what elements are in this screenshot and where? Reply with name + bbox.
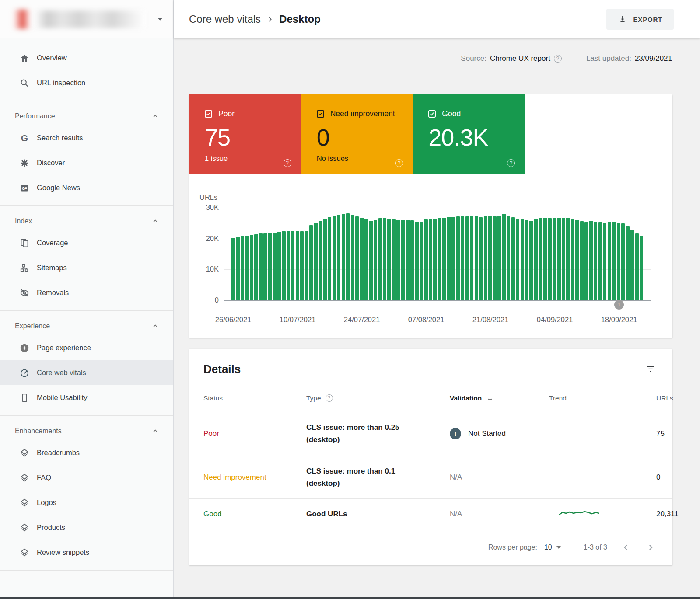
chart-bar[interactable] xyxy=(396,220,400,300)
chart-bar[interactable] xyxy=(360,218,364,300)
chart-bar[interactable] xyxy=(245,236,248,300)
chart-bar[interactable] xyxy=(231,238,235,300)
chart-bar[interactable] xyxy=(534,219,538,300)
chart-bar[interactable] xyxy=(488,216,492,300)
chart-bar[interactable] xyxy=(401,220,405,300)
sidebar-item-coverage[interactable]: Coverage xyxy=(0,230,173,255)
help-icon[interactable]: ? xyxy=(507,159,515,167)
chart-bar[interactable] xyxy=(241,236,244,300)
breadcrumb-parent-link[interactable]: Core web vitals xyxy=(189,13,261,25)
column-header-validation[interactable]: Validation xyxy=(450,394,549,402)
chart-bar[interactable] xyxy=(617,223,620,300)
status-card-good[interactable]: Good 20.3K ? xyxy=(413,94,525,174)
sidebar-item-sitemaps[interactable]: Sitemaps xyxy=(0,255,173,280)
chart-bar[interactable] xyxy=(543,218,547,300)
chart-bar[interactable] xyxy=(603,223,606,300)
chart-bar[interactable] xyxy=(378,218,382,300)
chart-bar[interactable] xyxy=(525,220,528,300)
chart-bar[interactable] xyxy=(553,218,556,300)
chart-bar[interactable] xyxy=(259,233,262,300)
chart-bar[interactable] xyxy=(355,216,359,300)
sidebar-item-google-news[interactable]: G Google News xyxy=(0,175,173,200)
chart-bar[interactable] xyxy=(424,219,427,300)
sidebar-item-mobile-usability[interactable]: Mobile Usability xyxy=(0,385,173,410)
chart-bar[interactable] xyxy=(268,233,272,300)
sidebar-item-review-snippets[interactable]: Review snippets xyxy=(0,540,173,565)
sidebar-item-logos[interactable]: Logos xyxy=(0,490,173,515)
chart-bar[interactable] xyxy=(442,218,446,300)
section-header-index[interactable]: Index xyxy=(0,210,173,230)
poor-checkbox-icon[interactable] xyxy=(205,110,212,118)
chart-bar[interactable] xyxy=(277,232,281,300)
chart-bar[interactable] xyxy=(420,222,423,300)
help-icon[interactable]: ? xyxy=(395,159,403,167)
chart-bar[interactable] xyxy=(351,215,354,300)
chart-bar[interactable] xyxy=(392,219,396,300)
sidebar-item-faq[interactable]: FAQ xyxy=(0,465,173,490)
property-dropdown-caret-icon[interactable] xyxy=(155,14,165,24)
chart-bar[interactable] xyxy=(346,213,350,300)
chart-bar[interactable] xyxy=(608,222,611,300)
chart-bar[interactable] xyxy=(309,225,313,300)
chart-bar[interactable] xyxy=(575,220,579,300)
chart-bar[interactable] xyxy=(566,218,570,300)
section-header-enhancements[interactable]: Enhancements xyxy=(0,420,173,440)
chart-bar[interactable] xyxy=(484,216,487,300)
good-checkbox-icon[interactable] xyxy=(428,110,436,118)
chart-bar[interactable] xyxy=(511,217,515,300)
chart-bar[interactable] xyxy=(466,216,469,300)
chart-bar[interactable] xyxy=(456,216,460,300)
status-card-need-improvement[interactable]: Need improvement 0 No issues ? xyxy=(301,94,413,174)
chart-bar[interactable] xyxy=(626,226,630,300)
chart-bar[interactable] xyxy=(507,216,510,300)
chart-bar[interactable] xyxy=(406,220,409,300)
chart-bar[interactable] xyxy=(332,216,336,300)
chart-bar[interactable] xyxy=(461,216,464,300)
chart-bar[interactable] xyxy=(314,223,318,300)
chart-bar[interactable] xyxy=(584,222,588,300)
chart-bar[interactable] xyxy=(433,219,437,300)
chart-bar[interactable] xyxy=(374,220,377,300)
sidebar-item-core-web-vitals[interactable]: Core web vitals xyxy=(0,360,173,385)
chart-bar[interactable] xyxy=(539,218,542,300)
chart-bar[interactable] xyxy=(529,221,533,300)
chart-bar[interactable] xyxy=(479,217,483,300)
chart-bar[interactable] xyxy=(497,216,501,300)
chart-bar[interactable] xyxy=(621,223,625,300)
chart-bar[interactable] xyxy=(580,221,584,300)
chart-bar[interactable] xyxy=(296,231,299,300)
chart-bar[interactable] xyxy=(571,219,574,300)
chart-bar[interactable] xyxy=(415,222,418,300)
filter-button[interactable] xyxy=(644,362,658,376)
sidebar-item-search-results[interactable]: G Search results xyxy=(0,125,173,150)
chart-bar[interactable] xyxy=(640,236,643,300)
property-selector[interactable] xyxy=(0,0,173,38)
chart-bar[interactable] xyxy=(254,234,258,300)
section-header-performance[interactable]: Performance xyxy=(0,105,173,125)
chart-bar[interactable] xyxy=(291,231,294,300)
chart-bar[interactable] xyxy=(452,217,455,300)
next-page-button[interactable] xyxy=(645,542,656,553)
rows-per-page-value[interactable]: 10 xyxy=(544,543,552,551)
chart-bar[interactable] xyxy=(429,219,432,300)
chart-bar[interactable] xyxy=(263,233,267,300)
chart-bar[interactable] xyxy=(300,231,304,300)
chart-bar[interactable] xyxy=(410,220,414,300)
table-row-good[interactable]: Good Good URLs N/A 20,311 xyxy=(189,499,672,529)
sidebar-item-removals[interactable]: Removals xyxy=(0,280,173,305)
chart-bar[interactable] xyxy=(521,219,524,300)
chart-bar[interactable] xyxy=(383,218,386,300)
help-icon[interactable]: ? xyxy=(284,159,291,167)
chart-bar[interactable] xyxy=(305,231,308,300)
rows-per-page-caret-icon[interactable] xyxy=(556,546,561,549)
sidebar-item-page-experience[interactable]: Page experience xyxy=(0,335,173,360)
chart-bar[interactable] xyxy=(562,218,565,300)
chart-bar[interactable] xyxy=(250,235,253,300)
sidebar-item-products[interactable]: Products xyxy=(0,515,173,540)
chart-bar[interactable] xyxy=(337,215,340,300)
chart-bar[interactable] xyxy=(287,231,290,300)
table-row-need-improvement[interactable]: Need improvement CLS issue: more than 0.… xyxy=(189,456,672,499)
chart-bar[interactable] xyxy=(447,217,451,300)
chart-bar[interactable] xyxy=(438,218,441,300)
chart-bar[interactable] xyxy=(557,218,560,300)
